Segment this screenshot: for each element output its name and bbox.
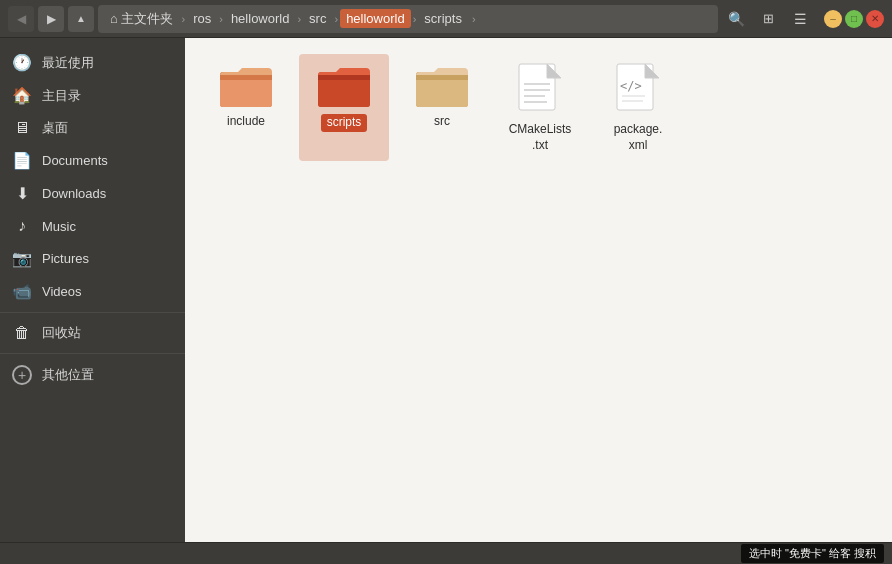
desktop-icon: 🖥 [12, 119, 32, 137]
sidebar-label-downloads: Downloads [42, 186, 106, 201]
sidebar-item-documents[interactable]: 📄 Documents [0, 144, 185, 177]
window-controls: – □ ✕ [824, 10, 884, 28]
home-icon: ⌂ [110, 11, 118, 26]
sidebar-item-videos[interactable]: 📹 Videos [0, 275, 185, 308]
status-tooltip: 选中时 "免费卡" 给客 搜积 [741, 544, 884, 563]
svg-rect-6 [318, 75, 370, 80]
breadcrumb-more: › [472, 13, 476, 25]
pictures-icon: 📷 [12, 249, 32, 268]
xml-icon-packagexml: </> [615, 62, 661, 118]
sidebar-label-music: Music [42, 219, 76, 234]
close-button[interactable]: ✕ [866, 10, 884, 28]
breadcrumb-sep-0: › [181, 13, 185, 25]
up-button[interactable]: ▲ [68, 6, 94, 32]
sidebar-label-other: 其他位置 [42, 366, 94, 384]
sidebar-item-music[interactable]: ♪ Music [0, 210, 185, 242]
breadcrumb-sep-1: › [219, 13, 223, 25]
menu-button[interactable]: ☰ [786, 5, 814, 33]
sidebar-label-trash: 回收站 [42, 324, 81, 342]
sidebar-item-pictures[interactable]: 📷 Pictures [0, 242, 185, 275]
breadcrumb-home-label: 主文件夹 [121, 11, 173, 26]
home-nav-icon: 🏠 [12, 86, 32, 105]
titlebar: ◀ ▶ ▲ ⌂ 主文件夹 › ros › helloworld › src › … [0, 0, 892, 38]
folder-icon-src [414, 62, 470, 110]
recent-icon: 🕐 [12, 53, 32, 72]
sidebar-item-trash[interactable]: 🗑 回收站 [0, 317, 185, 349]
breadcrumb-home[interactable]: ⌂ 主文件夹 [104, 8, 179, 30]
statusbar: 选中时 "免费卡" 给客 搜积 [0, 542, 892, 564]
sidebar-label-pictures: Pictures [42, 251, 89, 266]
sidebar-label-recent: 最近使用 [42, 54, 94, 72]
file-area[interactable]: include scripts [185, 38, 892, 542]
documents-icon: 📄 [12, 151, 32, 170]
file-item-packagexml[interactable]: </> package.xml [593, 54, 683, 161]
breadcrumb-scripts[interactable]: scripts [418, 9, 468, 28]
maximize-button[interactable]: □ [845, 10, 863, 28]
sidebar-divider-2 [0, 353, 185, 354]
forward-button[interactable]: ▶ [38, 6, 64, 32]
svg-text:</>: </> [620, 79, 642, 93]
file-label-src: src [434, 114, 450, 130]
videos-icon: 📹 [12, 282, 32, 301]
file-item-include[interactable]: include [201, 54, 291, 161]
search-button[interactable]: 🔍 [722, 5, 750, 33]
file-label-scripts: scripts [321, 114, 368, 132]
trash-icon: 🗑 [12, 324, 32, 342]
breadcrumb-helloworld1[interactable]: helloworld [225, 9, 296, 28]
add-icon: + [12, 365, 32, 385]
breadcrumb-sep-4: › [413, 13, 417, 25]
sidebar-label-desktop: 桌面 [42, 119, 68, 137]
sidebar-add-location[interactable]: + 其他位置 [0, 358, 185, 392]
view-toggle-button[interactable]: ⊞ [754, 5, 782, 33]
main-container: 🕐 最近使用 🏠 主目录 🖥 桌面 📄 Documents ⬇ Download… [0, 38, 892, 542]
svg-rect-10 [416, 75, 468, 80]
downloads-icon: ⬇ [12, 184, 32, 203]
folder-icon-include [218, 62, 274, 110]
breadcrumb-src[interactable]: src [303, 9, 332, 28]
file-grid: include scripts [201, 54, 876, 161]
file-item-src[interactable]: src [397, 54, 487, 161]
sidebar-divider [0, 312, 185, 313]
svg-rect-3 [220, 75, 272, 80]
titlebar-right: 🔍 ⊞ ☰ – □ ✕ [722, 5, 884, 33]
sidebar-item-home[interactable]: 🏠 主目录 [0, 79, 185, 112]
doc-icon-cmakelists [517, 62, 563, 118]
sidebar-label-home: 主目录 [42, 87, 81, 105]
minimize-button[interactable]: – [824, 10, 842, 28]
sidebar-item-downloads[interactable]: ⬇ Downloads [0, 177, 185, 210]
sidebar-label-documents: Documents [42, 153, 108, 168]
sidebar-label-videos: Videos [42, 284, 82, 299]
breadcrumb-sep-2: › [297, 13, 301, 25]
file-item-cmakelists[interactable]: CMakeLists.txt [495, 54, 585, 161]
breadcrumb-sep-3: › [334, 13, 338, 25]
sidebar: 🕐 最近使用 🏠 主目录 🖥 桌面 📄 Documents ⬇ Download… [0, 38, 185, 542]
folder-icon-scripts [316, 62, 372, 110]
file-label-packagexml: package.xml [614, 122, 663, 153]
breadcrumb-area: ⌂ 主文件夹 › ros › helloworld › src › hellow… [98, 5, 718, 33]
breadcrumb-ros[interactable]: ros [187, 9, 217, 28]
sidebar-item-recent[interactable]: 🕐 最近使用 [0, 46, 185, 79]
file-item-scripts[interactable]: scripts [299, 54, 389, 161]
file-label-include: include [227, 114, 265, 130]
music-icon: ♪ [12, 217, 32, 235]
breadcrumb-helloworld2[interactable]: helloworld [340, 9, 411, 28]
sidebar-item-desktop[interactable]: 🖥 桌面 [0, 112, 185, 144]
file-label-cmakelists: CMakeLists.txt [509, 122, 572, 153]
back-button[interactable]: ◀ [8, 6, 34, 32]
